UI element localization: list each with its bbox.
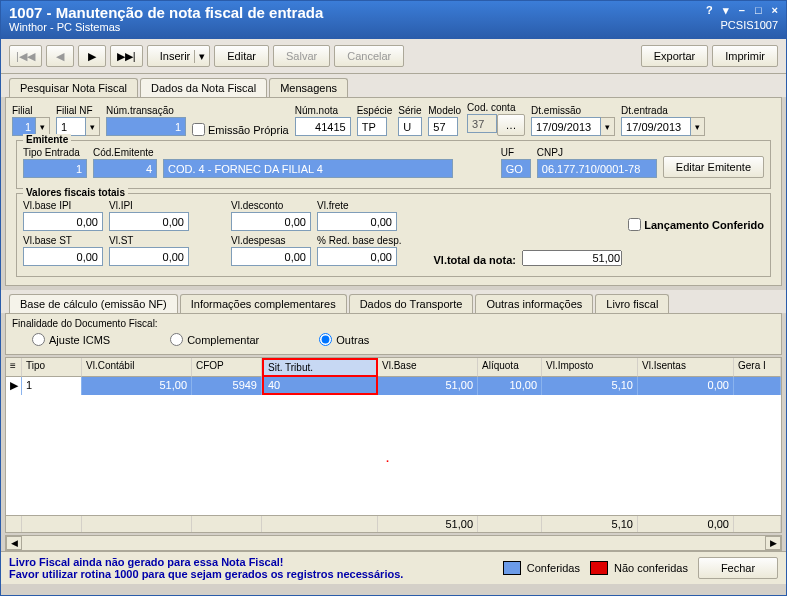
main-tabs: Pesquisar Nota Fiscal Dados da Nota Fisc… (1, 74, 786, 97)
vlbasest-input[interactable] (23, 247, 103, 266)
nav-last-button[interactable]: ▶▶| (110, 45, 143, 67)
emissao-propria-check[interactable]: Emissão Própria (192, 123, 289, 136)
dtentrada-input[interactable] (621, 117, 691, 136)
vlbaseipi-input[interactable] (23, 212, 103, 231)
emitente-group: Emitente Tipo Entrada Cód.Emitente UF CN… (16, 140, 771, 189)
chevron-down-icon[interactable]: ▾ (86, 117, 100, 136)
minimize-icon[interactable]: – (739, 4, 745, 17)
tab-dados-nota[interactable]: Dados da Nota Fiscal (140, 78, 267, 97)
status-line1: Livro Fiscal ainda não gerado para essa … (9, 556, 503, 568)
chevron-down-icon[interactable]: ▾ (601, 117, 615, 136)
redbase-input[interactable] (317, 247, 397, 266)
tab-livro-fiscal[interactable]: Livro fiscal (595, 294, 669, 313)
close-icon[interactable]: × (772, 4, 778, 17)
col-sittribut[interactable]: Sit. Tribut. (262, 358, 378, 377)
vltotal-input (522, 250, 622, 266)
finalidade-label: Finalidade do Documento Fiscal: (12, 318, 775, 329)
editar-button[interactable]: Editar (214, 45, 269, 67)
vldesconto-input[interactable] (231, 212, 311, 231)
tipoentrada-input[interactable] (23, 159, 87, 178)
scroll-right-icon[interactable]: ▶ (765, 536, 781, 550)
nav-prev-button[interactable]: ◀ (46, 45, 74, 67)
radio-complementar[interactable]: Complementar (170, 333, 259, 346)
emitente-desc (163, 159, 453, 178)
tab-dados-transporte[interactable]: Dados do Transporte (349, 294, 474, 313)
vlst-input[interactable] (109, 247, 189, 266)
grid-footer: 51,00 5,10 0,00 (6, 515, 781, 532)
col-vlbase[interactable]: Vl.Base (378, 358, 478, 377)
serie-input[interactable] (398, 117, 422, 136)
codemitente-input[interactable] (93, 159, 157, 178)
salvar-button[interactable]: Salvar (273, 45, 330, 67)
vlfrete-input[interactable] (317, 212, 397, 231)
vlipi-input[interactable] (109, 212, 189, 231)
editar-emitente-button[interactable]: Editar Emitente (663, 156, 764, 178)
uf-input (501, 159, 531, 178)
table-row[interactable]: ▶ 1 51,00 5949 40 51,00 10,00 5,10 0,00 (6, 377, 781, 395)
cancelar-button[interactable]: Cancelar (334, 45, 404, 67)
vldespesas-input[interactable] (231, 247, 311, 266)
lancamento-conferido-check[interactable]: Lançamento Conferido (628, 218, 764, 231)
chevron-down-icon[interactable]: ▾ (691, 117, 705, 136)
legend-naoconferidas: Não conferidas (590, 561, 688, 575)
tab-base-calculo[interactable]: Base de cálculo (emissão NF) (9, 294, 178, 313)
help-icon[interactable]: ? (706, 4, 713, 17)
tab-mensagens[interactable]: Mensagens (269, 78, 348, 97)
col-vlisentas[interactable]: Vl.Isentas (638, 358, 734, 377)
col-vlcontabil[interactable]: Vl.Contábil (82, 358, 192, 377)
codconta-lookup-button[interactable]: … (497, 114, 525, 136)
radio-ajuste-icms[interactable]: Ajuste ICMS (32, 333, 110, 346)
header-panel: Filial▾ Filial NF▾ Núm.transação Emissão… (5, 97, 782, 286)
tab-info-complementares[interactable]: Informações complementares (180, 294, 347, 313)
detail-tabs: Base de cálculo (emissão NF) Informações… (1, 290, 786, 313)
legend-conferidas: Conferidas (503, 561, 580, 575)
grid-body: · (6, 395, 781, 515)
fechar-button[interactable]: Fechar (698, 557, 778, 579)
col-tipo[interactable]: Tipo (22, 358, 82, 377)
main-toolbar: |◀◀ ◀ ▶ ▶▶| Inserir▾ Editar Salvar Cance… (1, 39, 786, 74)
nav-first-button[interactable]: |◀◀ (9, 45, 42, 67)
status-line2: Favor utilizar rotina 1000 para que seja… (9, 568, 503, 580)
inserir-button[interactable]: Inserir▾ (147, 45, 211, 67)
numtrans-input[interactable] (106, 117, 186, 136)
modelo-input[interactable] (428, 117, 458, 136)
items-grid[interactable]: ≡ Tipo Vl.Contábil CFOP Sit. Tribut. Vl.… (5, 357, 782, 533)
numnota-input[interactable] (295, 117, 351, 136)
window-subtitle: Winthor - PC Sistemas (9, 21, 323, 33)
tab-outras-info[interactable]: Outras informações (475, 294, 593, 313)
exportar-button[interactable]: Exportar (641, 45, 709, 67)
pin-icon[interactable]: ▾ (723, 4, 729, 17)
col-gera[interactable]: Gera I (734, 358, 781, 377)
col-aliquota[interactable]: Alíquota (478, 358, 542, 377)
codconta-input (467, 114, 497, 133)
especie-input[interactable] (357, 117, 387, 136)
scroll-left-icon[interactable]: ◀ (6, 536, 22, 550)
valores-group: Valores fiscais totais Vl.base IPI Vl.IP… (16, 193, 771, 277)
window-title: 1007 - Manutenção de nota fiscal de entr… (9, 4, 323, 21)
col-vlimposto[interactable]: Vl.Imposto (542, 358, 638, 377)
cnpj-input (537, 159, 657, 178)
horizontal-scrollbar[interactable]: ◀▶ (5, 535, 782, 551)
titlebar: 1007 - Manutenção de nota fiscal de entr… (1, 1, 786, 39)
col-cfop[interactable]: CFOP (192, 358, 262, 377)
detail-panel: Finalidade do Documento Fiscal: Ajuste I… (5, 313, 782, 355)
imprimir-button[interactable]: Imprimir (712, 45, 778, 67)
statusbar: Livro Fiscal ainda não gerado para essa … (1, 551, 786, 584)
radio-outras[interactable]: Outras (319, 333, 369, 346)
nav-next-button[interactable]: ▶ (78, 45, 106, 67)
tab-pesquisar[interactable]: Pesquisar Nota Fiscal (9, 78, 138, 97)
module-code: PCSIS1007 (721, 19, 778, 31)
dtemissao-input[interactable] (531, 117, 601, 136)
maximize-icon[interactable]: □ (755, 4, 762, 17)
